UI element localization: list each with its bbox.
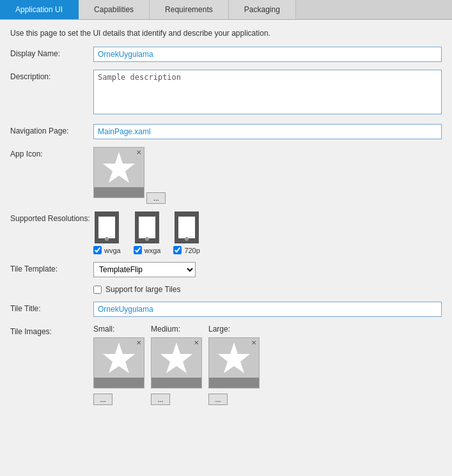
- tile-images-label: Tile Images:: [10, 325, 93, 336]
- wvga-label: wvga: [104, 247, 121, 254]
- tab-capabilities[interactable]: Capabilities: [79, 0, 150, 19]
- app-icon-label: App Icon:: [10, 147, 93, 158]
- tile-title-input[interactable]: [93, 302, 442, 317]
- description-label: Description:: [10, 70, 93, 81]
- 720p-screen: [178, 217, 195, 238]
- wvga-screen: [98, 217, 115, 238]
- tile-title-label: Tile Title:: [10, 302, 93, 313]
- tile-medium-group: Medium: ✕ ...: [151, 325, 202, 405]
- description-row: Description: Sample description: [10, 70, 442, 116]
- tab-application-ui[interactable]: Application UI: [0, 0, 79, 19]
- intro-text: Use this page to set the UI details that…: [10, 29, 442, 38]
- supported-resolutions-label: Supported Resolutions:: [10, 211, 93, 223]
- 720p-checkbox[interactable]: [173, 246, 182, 254]
- tab-bar: Application UI Capabilities Requirements…: [0, 0, 452, 20]
- display-name-row: Display Name:: [10, 47, 442, 62]
- tile-template-select[interactable]: TemplateFlip TemplateDouble TemplateSing…: [93, 262, 196, 277]
- tile-small-group: Small: ✕ ...: [93, 325, 144, 405]
- 720p-home-btn: [185, 237, 189, 241]
- tile-medium-browse-button[interactable]: ...: [151, 394, 170, 405]
- tile-small-browse-button[interactable]: ...: [93, 394, 113, 405]
- tile-small-star: [100, 341, 138, 380]
- app-icon-browse-button[interactable]: ...: [146, 192, 166, 204]
- display-name-label: Display Name:: [10, 47, 93, 58]
- tile-template-control: TemplateFlip TemplateDouble TemplateSing…: [93, 262, 442, 277]
- app-icon-control: ✕ ...: [93, 147, 442, 204]
- app-icon-star: [100, 151, 138, 189]
- tile-images-control: Small: ✕ ... Medium: ✕: [93, 325, 442, 405]
- wvga-home-btn: [105, 237, 109, 241]
- svg-marker-2: [160, 342, 192, 373]
- tile-medium-close-icon[interactable]: ✕: [194, 339, 199, 346]
- 720p-label: 720p: [184, 247, 199, 254]
- wxga-checkbox[interactable]: [134, 246, 142, 254]
- 720p-label-row: 720p: [173, 246, 199, 254]
- content-area: Use this page to set the UI details that…: [0, 20, 452, 422]
- 720p-icon: [175, 211, 199, 243]
- tile-small-bottom-bar: [94, 378, 144, 388]
- wxga-screen: [139, 217, 155, 238]
- tile-small-close-icon[interactable]: ✕: [136, 339, 141, 346]
- description-textarea[interactable]: Sample description: [93, 70, 442, 114]
- wxga-home-btn: [145, 237, 149, 241]
- tile-images-row: Tile Images: Small: ✕ ...: [10, 325, 442, 405]
- tile-small-label: Small:: [93, 325, 114, 334]
- wvga-checkbox[interactable]: [93, 246, 102, 254]
- large-tiles-row: Support for large Tiles: [93, 285, 442, 294]
- tab-packaging[interactable]: Packaging: [229, 0, 296, 19]
- tile-template-row: Tile Template: TemplateFlip TemplateDoub…: [10, 262, 442, 277]
- tile-medium-bottom-bar: [152, 378, 201, 388]
- tile-large-group: Large: ✕ ...: [208, 325, 260, 405]
- resolution-wxga: wxga: [134, 211, 161, 254]
- tile-images-outer: Small: ✕ ... Medium: ✕: [93, 325, 442, 405]
- tile-large-star: [215, 341, 253, 380]
- tile-title-row: Tile Title:: [10, 302, 442, 317]
- wxga-icon: [135, 211, 159, 243]
- svg-marker-0: [103, 152, 135, 183]
- description-control: Sample description: [93, 70, 442, 116]
- navigation-page-label: Navigation Page:: [10, 124, 93, 135]
- app-icon-preview: ✕: [93, 147, 144, 198]
- app-icon-bottom-bar: [94, 187, 144, 197]
- tile-small-preview: ✕: [93, 337, 144, 388]
- tile-large-browse-button[interactable]: ...: [208, 394, 228, 405]
- wxga-label: wxga: [144, 247, 161, 254]
- svg-marker-3: [218, 342, 250, 373]
- tile-medium-preview: ✕: [151, 337, 202, 388]
- large-tiles-label: Support for large Tiles: [105, 285, 180, 294]
- large-tiles-checkbox[interactable]: [93, 286, 102, 294]
- wvga-icon: [95, 211, 119, 243]
- tile-title-control: [93, 302, 442, 317]
- tile-large-label: Large:: [208, 325, 230, 334]
- tile-large-close-icon[interactable]: ✕: [251, 339, 256, 346]
- tile-medium-label: Medium:: [151, 325, 180, 334]
- app-icon-close-icon[interactable]: ✕: [136, 149, 141, 156]
- app-icon-row: App Icon: ✕ ...: [10, 147, 442, 204]
- tile-large-preview: ✕: [208, 337, 260, 388]
- resolutions-row: wvga wxga: [93, 211, 442, 254]
- supported-resolutions-control: wvga wxga: [93, 211, 442, 254]
- tile-medium-star: [157, 341, 196, 380]
- svg-marker-1: [103, 342, 135, 373]
- tile-large-bottom-bar: [209, 378, 259, 388]
- wvga-label-row: wvga: [93, 246, 121, 254]
- resolution-720p: 720p: [173, 211, 199, 254]
- display-name-input[interactable]: [93, 47, 442, 62]
- navigation-page-control: [93, 124, 442, 139]
- supported-resolutions-row: Supported Resolutions: wvga: [10, 211, 442, 254]
- tile-template-label: Tile Template:: [10, 262, 93, 273]
- navigation-page-row: Navigation Page:: [10, 124, 442, 139]
- tab-requirements[interactable]: Requirements: [150, 0, 229, 19]
- navigation-page-input[interactable]: [93, 124, 442, 139]
- display-name-control: [93, 47, 442, 62]
- wxga-label-row: wxga: [134, 246, 161, 254]
- resolution-wvga: wvga: [93, 211, 121, 254]
